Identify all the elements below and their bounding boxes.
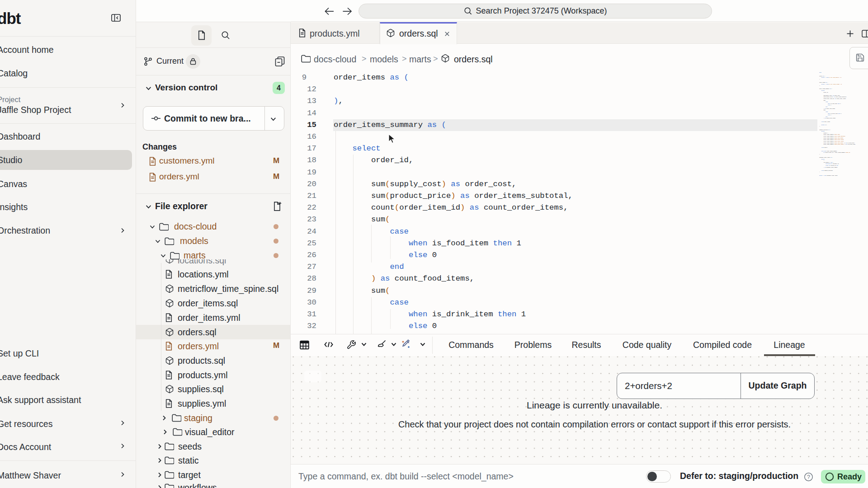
svg-text:?: ? <box>807 474 810 480</box>
